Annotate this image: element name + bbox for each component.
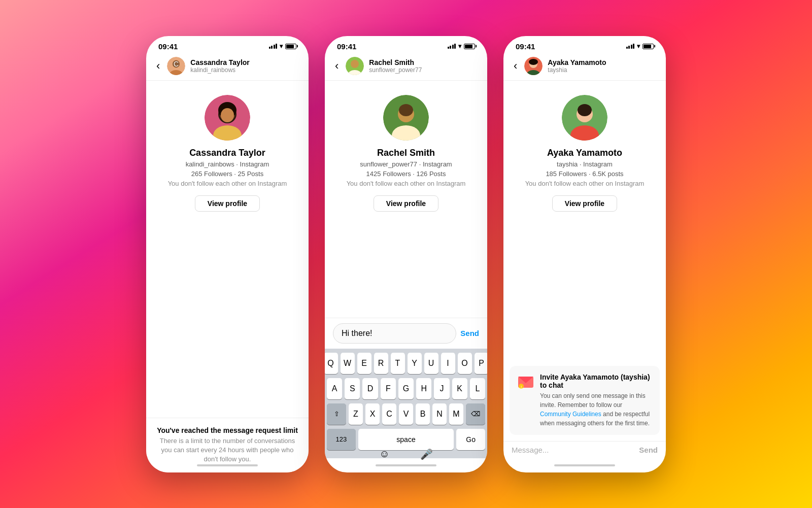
nav-username-1: kalindi_rainbows	[190, 66, 300, 74]
profile-meta-1: kalindi_rainbows · Instagram	[186, 160, 269, 168]
key-j[interactable]: J	[434, 378, 449, 399]
back-button-2[interactable]: ‹	[333, 59, 341, 73]
profile-avatar-3	[562, 95, 607, 141]
nav-name-2: Rachel Smith	[369, 58, 479, 66]
key-u[interactable]: U	[424, 353, 438, 374]
profile-name-2: Rachel Smith	[377, 148, 435, 158]
nav-info-3: Ayaka Yamamoto tayshia	[548, 58, 658, 74]
key-go[interactable]: Go	[456, 429, 485, 450]
status-icons-1: ▾	[269, 43, 297, 50]
key-e[interactable]: E	[357, 353, 371, 374]
chat-input[interactable]	[333, 323, 456, 344]
keyboard-row-2: A S D F G H J K L	[327, 378, 485, 399]
view-profile-button-2[interactable]: View profile	[374, 195, 438, 212]
key-c[interactable]: C	[382, 403, 396, 425]
view-profile-button-1[interactable]: View profile	[195, 195, 260, 212]
message-send-button[interactable]: Send	[639, 446, 658, 454]
nav-info-1: Cassandra Taylor kalindi_rainbows	[190, 58, 300, 74]
key-b[interactable]: B	[416, 403, 430, 425]
home-indicator-2	[325, 458, 487, 472]
key-shift[interactable]: ⇧	[327, 403, 346, 425]
key-i[interactable]: I	[441, 353, 455, 374]
back-button-1[interactable]: ‹	[154, 59, 162, 73]
profile-card-1: Cassandra Taylor kalindi_rainbows · Inst…	[146, 81, 309, 224]
key-q[interactable]: Q	[325, 353, 338, 374]
key-w[interactable]: W	[341, 353, 355, 374]
profile-meta-2: sunflower_power77 · Instagram	[360, 160, 452, 168]
signal-icon-1	[269, 44, 278, 49]
nav-name-3: Ayaka Yamamoto	[548, 58, 658, 66]
key-123[interactable]: 123	[327, 429, 356, 450]
message-limit-text: There is a limit to the number of conver…	[156, 436, 298, 464]
profile-stats-2: 1425 Followers · 126 Posts	[366, 170, 446, 178]
signal-bar	[269, 47, 270, 49]
wifi-icon-3: ▾	[637, 43, 640, 50]
invite-envelope-icon: !	[517, 373, 535, 395]
svg-point-26	[578, 104, 592, 116]
signal-bar	[276, 44, 277, 49]
view-profile-button-3[interactable]: View profile	[552, 195, 617, 212]
community-guidelines-link[interactable]: Community Guidelines	[540, 411, 601, 418]
profile-name-3: Ayaka Yamamoto	[547, 148, 622, 158]
key-v[interactable]: V	[399, 403, 413, 425]
nav-bar-1: ‹ C Cassandra Taylor kalindi_rainbows	[146, 54, 309, 81]
key-l[interactable]: L	[470, 378, 485, 399]
key-k[interactable]: K	[452, 378, 467, 399]
key-y[interactable]: Y	[408, 353, 422, 374]
key-d[interactable]: D	[362, 378, 378, 399]
invite-banner: ! Invite Ayaka Yamamoto (tayshia) to cha…	[510, 366, 660, 435]
signal-icon-2	[448, 44, 456, 49]
battery-icon-1	[285, 44, 296, 49]
key-r[interactable]: R	[374, 353, 388, 374]
key-n[interactable]: N	[432, 403, 447, 425]
key-o[interactable]: O	[458, 353, 472, 374]
content-area-3	[503, 224, 666, 360]
back-button-3[interactable]: ‹	[512, 59, 519, 73]
key-m[interactable]: M	[449, 403, 463, 425]
profile-stats-1: 265 Followers · 25 Posts	[191, 170, 263, 178]
battery-icon-3	[642, 44, 654, 49]
invite-title: Invite Ayaka Yamamoto (tayshia) to chat	[540, 373, 653, 389]
key-p[interactable]: P	[475, 353, 488, 374]
key-s[interactable]: S	[345, 378, 360, 399]
key-t[interactable]: T	[391, 353, 405, 374]
send-button[interactable]: Send	[460, 329, 479, 337]
signal-bar	[274, 45, 275, 49]
key-z[interactable]: Z	[349, 403, 363, 425]
message-placeholder: Message...	[512, 446, 635, 454]
key-backspace[interactable]: ⌫	[466, 403, 485, 425]
keyboard-row-1: Q W E R T Y U I O P	[327, 353, 485, 374]
invite-text-part1: You can only send one message in this in…	[540, 392, 646, 409]
profile-stats-3: 185 Followers · 6.5K posts	[546, 170, 623, 178]
nav-bar-2: ‹ Rachel Smith sunflower_power77	[325, 54, 487, 81]
home-indicator-3	[503, 458, 666, 472]
nav-bar-3: ‹ Ayaka Yamamoto tayshia	[503, 54, 666, 81]
wifi-icon-1: ▾	[280, 43, 283, 50]
key-g[interactable]: G	[398, 378, 414, 399]
key-a[interactable]: A	[327, 378, 342, 399]
home-bar-1	[197, 464, 258, 466]
signal-icon-3	[626, 44, 635, 49]
profile-meta-3: tayshia · Instagram	[557, 160, 613, 168]
nav-username-2: sunflower_power77	[369, 66, 479, 74]
nav-avatar-1: C	[167, 57, 185, 75]
key-x[interactable]: X	[365, 403, 380, 425]
message-limit-title: You've reached the message request limit	[156, 426, 298, 434]
keyboard-row-3: ⇧ Z X C V B N M ⌫	[327, 403, 485, 425]
status-icons-2: ▾	[448, 43, 476, 50]
status-icons-3: ▾	[626, 43, 654, 50]
key-f[interactable]: F	[381, 378, 396, 399]
keyboard-toolbar: ☺ 🎤	[327, 452, 485, 456]
status-time-2: 09:41	[337, 42, 356, 51]
profile-follow-status-2: You don't follow each other on Instagram	[347, 180, 466, 187]
svg-text:C: C	[174, 60, 179, 68]
svg-text:!: !	[521, 385, 522, 389]
key-h[interactable]: H	[416, 378, 431, 399]
key-space[interactable]: space	[358, 429, 454, 450]
battery-icon-2	[464, 44, 475, 49]
nav-info-2: Rachel Smith sunflower_power77	[369, 58, 479, 74]
chat-input-area: Send	[325, 318, 487, 349]
profile-follow-status-1: You don't follow each other on Instagram	[168, 180, 287, 187]
content-area-2	[325, 224, 487, 318]
svg-point-18	[399, 104, 413, 116]
